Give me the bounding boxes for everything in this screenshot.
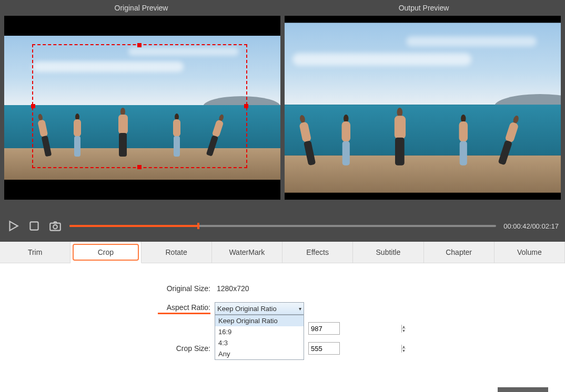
svg-point-3 [53, 225, 57, 229]
original-preview-label: Original Preview [0, 4, 282, 12]
aspect-option-3[interactable]: Any [215, 348, 304, 359]
timecode: 00:00:42/00:02:17 [503, 222, 559, 230]
original-size-label: Original Size: [158, 284, 210, 293]
original-size-value: 1280x720 [217, 284, 249, 293]
crop-height-input[interactable]: ▲▼ [308, 342, 340, 355]
svg-rect-1 [30, 222, 38, 230]
chevron-down-icon: ▾ [299, 306, 301, 312]
height-step-down[interactable]: ▼ [402, 349, 406, 353]
tab-watermark[interactable]: WaterMark [212, 242, 282, 263]
aspect-ratio-dropdown[interactable]: Keep Original Ratio16:94:3Any [215, 315, 304, 360]
crop-panel: Original Size: 1280x720 Aspect Ratio: Ke… [0, 263, 565, 392]
edit-tabs: TrimCropRotateWaterMarkEffectsSubtitleCh… [0, 242, 565, 263]
tab-volume[interactable]: Volume [495, 242, 565, 263]
preview-area: Original Preview Output Preview [0, 0, 565, 242]
stop-icon[interactable] [27, 219, 41, 233]
tab-effects[interactable]: Effects [282, 242, 353, 263]
crop-handle-right[interactable] [244, 104, 248, 108]
tab-rotate[interactable]: Rotate [142, 242, 212, 263]
video-frame-original [4, 36, 280, 180]
height-step-up[interactable]: ▲ [402, 345, 406, 349]
aspect-ratio-selected: Keep Original Ratio [217, 305, 277, 313]
aspect-option-0[interactable]: Keep Original Ratio [215, 315, 304, 326]
tab-crop[interactable]: Crop [70, 242, 141, 263]
reset-button[interactable]: Reset [498, 387, 548, 392]
crop-handle-bottom[interactable] [137, 165, 142, 169]
output-preview [285, 16, 561, 200]
output-preview-label: Output Preview [282, 4, 565, 12]
camera-icon[interactable] [48, 219, 62, 233]
crop-handle-left[interactable] [31, 104, 35, 108]
crop-width-input[interactable]: ▲▼ [308, 322, 340, 335]
crop-size-label: Crop Size: [158, 344, 210, 353]
crop-handle-top[interactable] [137, 43, 142, 47]
crop-width-field[interactable] [309, 325, 401, 333]
tab-trim[interactable]: Trim [0, 242, 70, 263]
width-step-down[interactable]: ▼ [402, 329, 406, 333]
progress-bar[interactable] [69, 225, 496, 227]
svg-rect-2 [50, 223, 60, 231]
aspect-ratio-label: Aspect Ratio: [158, 303, 210, 314]
crop-selection[interactable] [32, 44, 248, 168]
tab-chapter[interactable]: Chapter [424, 242, 495, 263]
width-step-up[interactable]: ▲ [402, 325, 406, 329]
tab-subtitle[interactable]: Subtitle [353, 242, 423, 263]
crop-height-field[interactable] [309, 345, 401, 353]
aspect-option-1[interactable]: 16:9 [215, 326, 304, 337]
video-frame-output [285, 23, 561, 192]
aspect-ratio-select[interactable]: Keep Original Ratio ▾ [215, 302, 304, 315]
svg-marker-0 [10, 221, 18, 230]
play-icon[interactable] [6, 219, 20, 233]
original-preview[interactable] [4, 16, 280, 200]
aspect-option-2[interactable]: 4:3 [215, 337, 304, 348]
